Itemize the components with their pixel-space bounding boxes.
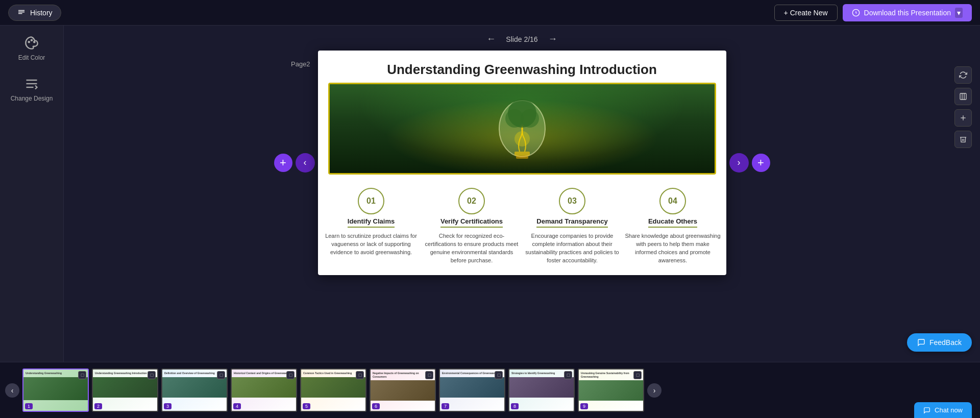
resize-icon: [959, 92, 967, 101]
chat-now-label: Chat now: [935, 406, 963, 414]
design-icon: [24, 77, 39, 91]
thumb-select-6[interactable]: ☐: [425, 371, 433, 379]
thumb-next-button[interactable]: ›: [647, 383, 662, 398]
download-label: Download this Presentation: [864, 9, 951, 17]
thumb-badge-9: 9: [580, 403, 588, 409]
thumb-select-1[interactable]: ☐: [78, 371, 86, 379]
change-design-label: Change Design: [11, 95, 53, 102]
bulb-tree-illustration: [486, 85, 558, 172]
thumb-select-4[interactable]: ☐: [286, 371, 295, 379]
thumb-badge-2: 2: [94, 403, 102, 409]
thumb-select-9[interactable]: ☐: [633, 371, 642, 379]
svg-point-3: [34, 41, 35, 42]
prev-slide-arrow[interactable]: ←: [482, 32, 500, 46]
topbar-left: History: [8, 5, 61, 21]
thumbnail-strip: ‹ Understanding Greenwashing 1 ☐ Underst…: [0, 362, 980, 418]
thumb-badge-7: 7: [442, 403, 449, 409]
next-slide-arrow[interactable]: →: [544, 32, 561, 46]
point-item-3: 03 Demand Transparency Encourage compani…: [524, 188, 621, 265]
download-button[interactable]: Download this Presentation ▾: [843, 4, 972, 21]
thumb-item-7[interactable]: Environmental Consequences of Greenwashi…: [439, 368, 505, 412]
thumb-img-2: [93, 377, 157, 398]
point-desc-2: Check for recognized eco-certifications …: [424, 232, 520, 265]
sidebar-item-edit-color[interactable]: Edit Color: [18, 36, 45, 61]
feedback-label: FeedBack: [929, 338, 962, 347]
point-number-1: 01: [358, 188, 384, 214]
thumb-item-3[interactable]: Definition and Overview of Greenwashing …: [161, 368, 228, 412]
thumb-prev-button[interactable]: ‹: [5, 383, 19, 398]
thumb-img-8: [509, 377, 574, 398]
refresh-icon: [959, 71, 967, 79]
slide-area: Page2 ← Slide 2/16 → + ‹ Understanding G…: [64, 26, 980, 362]
point-number-3: 03: [559, 188, 585, 214]
add-toolbar-button[interactable]: [954, 109, 972, 127]
refresh-toolbar-button[interactable]: [954, 66, 972, 84]
create-new-button[interactable]: + Create New: [774, 5, 838, 21]
slide-prev-button[interactable]: ‹: [296, 153, 315, 173]
delete-toolbar-button[interactable]: [954, 131, 972, 148]
slide-nav-info: ← Slide 2/16 →: [482, 32, 561, 46]
thumb-select-2[interactable]: ☐: [148, 371, 156, 379]
point-title-3: Demand Transparency: [536, 217, 607, 228]
chat-now-button[interactable]: Chat now: [914, 402, 972, 418]
thumb-badge-3: 3: [164, 403, 172, 409]
left-sidebar: Edit Color Change Design: [0, 26, 64, 362]
point-desc-3: Encourage companies to provide complete …: [524, 232, 621, 265]
add-slide-right-button[interactable]: +: [752, 154, 770, 172]
trash-icon: [959, 135, 967, 143]
slide-nav-label: Slide 2/16: [506, 35, 537, 43]
thumb-img-1: [23, 377, 88, 400]
topbar-right: + Create New Download this Presentation …: [774, 4, 972, 21]
point-number-2: 02: [458, 188, 485, 214]
thumb-badge-4: 4: [233, 403, 241, 409]
sidebar-item-change-design[interactable]: Change Design: [11, 77, 53, 102]
add-slide-left-button[interactable]: +: [274, 154, 292, 172]
thumb-item-1[interactable]: Understanding Greenwashing 1 ☐: [22, 368, 89, 412]
thumb-img-4: [232, 377, 296, 398]
svg-point-12: [521, 109, 539, 128]
thumb-item-5[interactable]: Common Tactics Used in Greenwashing 5 ☐: [300, 368, 366, 412]
right-toolbar: [954, 66, 972, 148]
slide-title: Understanding Greenwashing Introduction: [318, 51, 726, 83]
point-desc-1: Learn to scrutinize product claims for v…: [323, 232, 420, 257]
thumb-select-3[interactable]: ☐: [217, 371, 225, 379]
point-item-1: 01 Identify Claims Learn to scrutinize p…: [323, 188, 420, 265]
thumb-img-5: [301, 377, 365, 398]
svg-point-1: [29, 41, 30, 42]
thumb-badge-1: 1: [25, 403, 33, 409]
thumb-badge-8: 8: [511, 403, 519, 409]
history-button[interactable]: History: [8, 5, 61, 21]
svg-rect-14: [960, 93, 966, 100]
thumb-badge-6: 6: [372, 403, 380, 409]
slide-next-button[interactable]: ›: [729, 153, 749, 173]
slide-wrapper: + ‹ Understanding Greenwashing Introduct…: [274, 51, 770, 275]
thumb-select-5[interactable]: ☐: [356, 371, 364, 379]
resize-toolbar-button[interactable]: [954, 88, 972, 105]
svg-rect-8: [514, 152, 530, 156]
thumb-select-7[interactable]: ☐: [495, 371, 503, 379]
plus-icon: [959, 114, 967, 122]
thumb-img-9: [579, 380, 643, 401]
thumb-item-6[interactable]: Negative Impacts of Greenwashing on Cons…: [370, 368, 436, 412]
thumb-img-3: [162, 377, 227, 398]
thumb-item-4[interactable]: Historical Context and Origins of Greenw…: [231, 368, 297, 412]
edit-color-label: Edit Color: [18, 54, 45, 61]
slide-image-container: [328, 83, 716, 175]
chevron-down-icon: ▾: [955, 8, 963, 18]
thumb-item-9[interactable]: Unmasking Genuine Sustainability from Gr…: [578, 368, 644, 412]
thumb-img-7: [440, 377, 504, 398]
point-title-2: Verify Certifications: [440, 217, 503, 228]
thumb-item-8[interactable]: Strategies to Identify Greenwashing 8 ☐: [508, 368, 575, 412]
history-icon: [17, 8, 26, 17]
chat-icon: [923, 407, 930, 414]
points-section: 01 Identify Claims Learn to scrutinize p…: [318, 180, 726, 275]
feedback-button[interactable]: FeedBack: [907, 333, 972, 352]
thumb-badge-5: 5: [303, 403, 310, 409]
point-item-4: 04 Educate Others Share knowledge about …: [625, 188, 721, 265]
download-icon: [852, 9, 860, 17]
thumb-img-6: [371, 380, 435, 401]
feedback-icon: [917, 338, 925, 347]
svg-rect-9: [516, 156, 528, 159]
thumb-item-2[interactable]: Understanding Greenwashing Introduction …: [92, 368, 158, 412]
thumb-select-8[interactable]: ☐: [564, 371, 572, 379]
